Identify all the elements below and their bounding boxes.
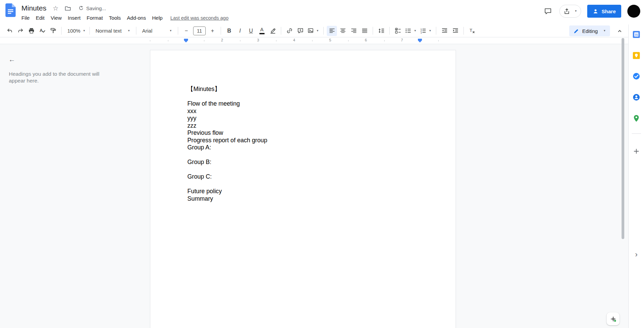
doc-line[interactable]: Future policy xyxy=(187,188,420,195)
ruler-ticks xyxy=(150,40,456,41)
menu-addons[interactable]: Add-ons xyxy=(124,14,149,22)
doc-line[interactable]: Group B: xyxy=(187,159,420,166)
google-keep-button[interactable] xyxy=(631,50,642,61)
text-color-button[interactable]: A xyxy=(257,26,267,36)
caret-down-icon: ▼ xyxy=(128,30,130,32)
document-title[interactable]: Minutes xyxy=(20,4,48,12)
move-to-folder-button[interactable] xyxy=(63,3,73,14)
checklist-button[interactable] xyxy=(393,26,403,36)
doc-line[interactable]: Summary xyxy=(187,195,420,203)
scrollbar-thumb[interactable] xyxy=(622,38,624,239)
font-size-input[interactable]: 11 xyxy=(193,26,206,35)
vertical-scrollbar[interactable] xyxy=(621,38,625,328)
decrease-indent-button[interactable] xyxy=(439,26,450,36)
clear-formatting-button[interactable]: T xyxy=(467,26,477,36)
menu-insert[interactable]: Insert xyxy=(65,14,84,22)
increase-font-size-button[interactable]: + xyxy=(207,26,218,36)
italic-button[interactable]: I xyxy=(235,26,245,36)
text-color-icon: A xyxy=(259,27,265,34)
google-maps-button[interactable] xyxy=(631,112,642,124)
share-label: Share xyxy=(601,8,616,14)
toolbar-separator xyxy=(136,27,136,35)
doc-line[interactable]: xxx xyxy=(187,108,420,115)
doc-line[interactable] xyxy=(187,166,420,174)
close-outline-button[interactable]: ← xyxy=(6,54,18,65)
menu-file[interactable]: File xyxy=(18,14,33,22)
line-spacing-icon xyxy=(378,28,385,34)
hide-menus-button[interactable] xyxy=(614,26,625,36)
zoom-select[interactable]: 100% ▼ xyxy=(64,26,87,36)
avatar[interactable] xyxy=(627,5,640,18)
comment-history-button[interactable] xyxy=(542,6,553,17)
saving-status[interactable]: Saving... xyxy=(78,5,106,11)
doc-line[interactable]: Progress report of each group xyxy=(187,137,420,144)
paint-format-button[interactable] xyxy=(48,26,58,36)
align-center-icon xyxy=(340,28,346,34)
menu-edit[interactable]: Edit xyxy=(33,14,48,22)
title-area: Minutes ☆ Saving... xyxy=(20,3,106,14)
add-comment-button[interactable] xyxy=(295,26,305,36)
spell-check-button[interactable]: A xyxy=(37,26,47,36)
bulleted-list-button[interactable]: ▼ xyxy=(404,26,418,36)
underline-button[interactable]: U xyxy=(246,26,256,36)
font-select[interactable]: Arial ▼ xyxy=(139,26,175,36)
doc-line[interactable]: Group C: xyxy=(187,173,420,181)
upload-menu-button[interactable]: ▼ xyxy=(559,5,581,18)
redo-button[interactable] xyxy=(15,26,26,36)
hide-side-panel-button[interactable]: › xyxy=(631,249,642,260)
explore-button[interactable] xyxy=(607,312,620,325)
paragraph-style-select[interactable]: Normal text ▼ xyxy=(92,26,133,36)
doc-line[interactable]: 【Minutes】 xyxy=(187,86,420,93)
ruler-number: 4 xyxy=(292,38,296,42)
align-left-button[interactable] xyxy=(327,26,337,36)
ruler-number: 2 xyxy=(220,38,224,42)
insert-link-button[interactable] xyxy=(284,26,294,36)
doc-line[interactable]: yyy xyxy=(187,115,420,122)
align-justify-button[interactable] xyxy=(359,26,370,36)
ruler[interactable]: 1 2 3 4 5 6 7 xyxy=(0,37,628,44)
increase-indent-button[interactable] xyxy=(450,26,460,36)
line-spacing-button[interactable] xyxy=(376,26,386,36)
star-button[interactable]: ☆ xyxy=(50,3,61,14)
doc-line[interactable]: Flow of the meeting xyxy=(187,100,420,108)
share-button[interactable]: Share xyxy=(587,5,621,18)
menu-help[interactable]: Help xyxy=(149,14,166,22)
doc-line[interactable]: zzz xyxy=(187,122,420,130)
bold-button[interactable]: B xyxy=(224,26,234,36)
decrease-font-size-button[interactable]: − xyxy=(181,26,191,36)
google-calendar-button[interactable]: 31 xyxy=(631,29,642,40)
ruler-number: 5 xyxy=(328,38,332,42)
google-contacts-button[interactable] xyxy=(631,91,642,103)
numbered-list-button[interactable]: 123 ▼ xyxy=(419,26,433,36)
plus-icon: + xyxy=(211,28,214,34)
menu-view[interactable]: View xyxy=(48,14,65,22)
doc-line[interactable] xyxy=(187,151,420,159)
right-indent-marker[interactable] xyxy=(418,39,422,42)
doc-line[interactable] xyxy=(187,181,420,188)
insert-image-button[interactable]: ▼ xyxy=(306,26,320,36)
align-center-button[interactable] xyxy=(338,26,348,36)
editing-mode-button[interactable]: Editing ▼ xyxy=(569,25,610,36)
document-canvas: ← Headings you add to the document will … xyxy=(0,44,628,328)
get-addons-button[interactable] xyxy=(631,145,642,157)
doc-line[interactable]: Group A: xyxy=(187,144,420,151)
undo-button[interactable] xyxy=(4,26,15,36)
menu-tools[interactable]: Tools xyxy=(106,14,124,22)
print-button[interactable] xyxy=(26,26,36,36)
align-right-button[interactable] xyxy=(349,26,359,36)
google-tasks-button[interactable] xyxy=(631,70,642,82)
document-page[interactable]: 【Minutes】 Flow of the meeting xxx yyy zz… xyxy=(150,50,456,328)
doc-line[interactable]: Previous flow xyxy=(187,129,420,137)
caret-down-icon: ▼ xyxy=(83,30,85,32)
svg-text:3: 3 xyxy=(421,32,422,34)
doc-line[interactable] xyxy=(187,93,420,101)
google-docs-app: { "header": { "doc_title": "Minutes", "s… xyxy=(0,0,644,328)
docs-logo-icon[interactable] xyxy=(5,3,16,17)
numbered-list-icon: 123 xyxy=(420,28,426,34)
left-indent-marker[interactable] xyxy=(184,39,188,42)
folder-icon xyxy=(65,5,71,12)
font-value: Arial xyxy=(142,28,152,34)
menu-format[interactable]: Format xyxy=(84,14,106,22)
last-edit-link[interactable]: Last edit was seconds ago xyxy=(170,15,228,21)
highlight-color-button[interactable] xyxy=(268,26,278,36)
